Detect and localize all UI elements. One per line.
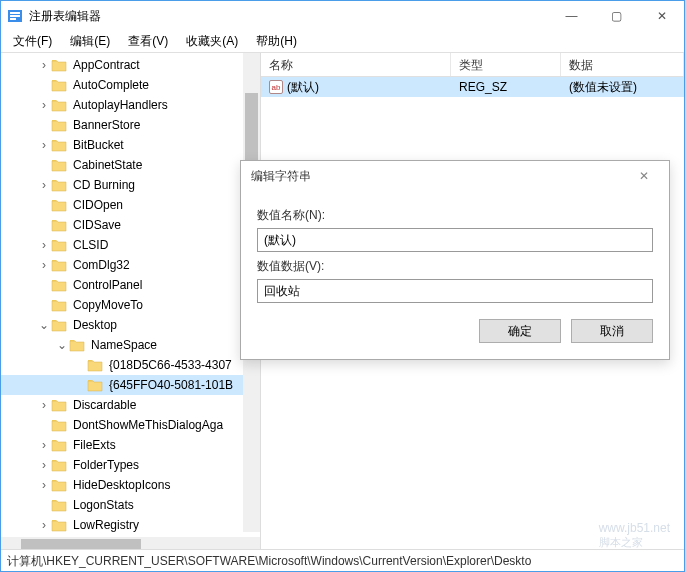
menu-edit[interactable]: 编辑(E) <box>62 31 118 52</box>
chevron-right-icon[interactable]: › <box>37 458 51 472</box>
edit-string-dialog: 编辑字符串 ✕ 数值名称(N): 数值数据(V): 确定 取消 <box>240 160 670 360</box>
folder-icon <box>51 438 67 452</box>
tree-item-label: NameSpace <box>89 337 159 353</box>
chevron-right-icon[interactable]: › <box>37 518 51 532</box>
menu-file[interactable]: 文件(F) <box>5 31 60 52</box>
ok-button[interactable]: 确定 <box>479 319 561 343</box>
tree-scrollbar-horizontal[interactable] <box>1 537 260 549</box>
chevron-right-icon[interactable]: › <box>37 138 51 152</box>
chevron-down-icon[interactable]: ⌄ <box>37 318 51 332</box>
tree-item-label: HideDesktopIcons <box>71 477 172 493</box>
folder-icon <box>51 478 67 492</box>
header-data[interactable]: 数据 <box>561 53 684 76</box>
tree-item-label: BitBucket <box>71 137 126 153</box>
value-name-input[interactable] <box>257 228 653 252</box>
chevron-right-icon[interactable]: › <box>37 178 51 192</box>
tree-item-label: FolderTypes <box>71 457 141 473</box>
tree-item[interactable]: ›CD Burning <box>1 175 260 195</box>
tree-item[interactable]: CIDSave <box>1 215 260 235</box>
folder-icon <box>51 458 67 472</box>
tree-item[interactable]: ⌄Desktop <box>1 315 260 335</box>
chevron-right-icon[interactable]: › <box>37 58 51 72</box>
menu-help[interactable]: 帮助(H) <box>248 31 305 52</box>
chevron-right-icon <box>37 298 51 312</box>
chevron-right-icon <box>37 278 51 292</box>
statusbar: 计算机\HKEY_CURRENT_USER\SOFTWARE\Microsoft… <box>1 549 684 571</box>
folder-icon <box>51 158 67 172</box>
folder-icon <box>51 218 67 232</box>
string-value-icon: ab <box>269 80 283 94</box>
tree-item[interactable]: LogonStats <box>1 495 260 515</box>
tree-item-label: LowRegistry <box>71 517 141 533</box>
folder-icon <box>51 258 67 272</box>
chevron-right-icon[interactable]: › <box>37 478 51 492</box>
window-title: 注册表编辑器 <box>29 8 549 25</box>
tree-item[interactable]: ›FileExts <box>1 435 260 455</box>
folder-icon <box>87 378 103 392</box>
header-name[interactable]: 名称 <box>261 53 451 76</box>
tree-item[interactable]: ›HideDesktopIcons <box>1 475 260 495</box>
chevron-right-icon[interactable]: › <box>37 438 51 452</box>
tree-item[interactable]: ⌄NameSpace <box>1 335 260 355</box>
tree-item[interactable]: ›AppContract <box>1 55 260 75</box>
tree-item[interactable]: ›AutoplayHandlers <box>1 95 260 115</box>
dialog-close-button[interactable]: ✕ <box>629 169 659 183</box>
header-type[interactable]: 类型 <box>451 53 561 76</box>
value-name-cell: ab(默认) <box>261 77 451 98</box>
folder-icon <box>51 78 67 92</box>
folder-icon <box>51 498 67 512</box>
folder-icon <box>51 518 67 532</box>
tree-item[interactable]: AutoComplete <box>1 75 260 95</box>
svg-rect-3 <box>10 18 16 20</box>
tree-item-label: CabinetState <box>71 157 144 173</box>
cancel-button[interactable]: 取消 <box>571 319 653 343</box>
tree-item-label: Discardable <box>71 397 138 413</box>
tree-item-label: ControlPanel <box>71 277 144 293</box>
tree-item[interactable]: BannerStore <box>1 115 260 135</box>
menu-view[interactable]: 查看(V) <box>120 31 176 52</box>
dialog-buttons: 确定 取消 <box>257 319 653 343</box>
value-data-input[interactable] <box>257 279 653 303</box>
tree-item-label: {018D5C66-4533-4307 <box>107 357 234 373</box>
tree-item[interactable]: ›FolderTypes <box>1 455 260 475</box>
chevron-right-icon[interactable]: › <box>37 398 51 412</box>
tree-item[interactable]: ›LowRegistry <box>1 515 260 535</box>
value-row[interactable]: ab(默认)REG_SZ(数值未设置) <box>261 77 684 97</box>
tree-item[interactable]: ›Discardable <box>1 395 260 415</box>
tree-item-label: ComDlg32 <box>71 257 132 273</box>
folder-icon <box>51 238 67 252</box>
menu-favorites[interactable]: 收藏夹(A) <box>178 31 246 52</box>
tree-item[interactable]: ›ComDlg32 <box>1 255 260 275</box>
tree-item[interactable]: CIDOpen <box>1 195 260 215</box>
maximize-button[interactable]: ▢ <box>594 1 639 31</box>
chevron-right-icon[interactable]: › <box>37 258 51 272</box>
close-button[interactable]: ✕ <box>639 1 684 31</box>
dialog-titlebar[interactable]: 编辑字符串 ✕ <box>241 161 669 191</box>
chevron-down-icon[interactable]: ⌄ <box>55 338 69 352</box>
tree-item-label: BannerStore <box>71 117 142 133</box>
chevron-right-icon <box>37 418 51 432</box>
dialog-title-text: 编辑字符串 <box>251 168 629 185</box>
tree-item[interactable]: CabinetState <box>1 155 260 175</box>
folder-icon <box>51 418 67 432</box>
tree-item[interactable]: DontShowMeThisDialogAga <box>1 415 260 435</box>
folder-icon <box>51 198 67 212</box>
tree-item[interactable]: ›CLSID <box>1 235 260 255</box>
tree-item[interactable]: CopyMoveTo <box>1 295 260 315</box>
chevron-right-icon <box>37 198 51 212</box>
tree-item[interactable]: ControlPanel <box>1 275 260 295</box>
titlebar[interactable]: 注册表编辑器 — ▢ ✕ <box>1 1 684 31</box>
minimize-button[interactable]: — <box>549 1 594 31</box>
tree-item[interactable]: {018D5C66-4533-4307 <box>1 355 260 375</box>
tree-item[interactable]: {645FFO40-5081-101B <box>1 375 260 395</box>
tree-pane[interactable]: ›AppContractAutoComplete›AutoplayHandler… <box>1 53 261 549</box>
folder-icon <box>51 398 67 412</box>
tree-item-label: DontShowMeThisDialogAga <box>71 417 225 433</box>
tree-item-label: AppContract <box>71 57 142 73</box>
chevron-right-icon[interactable]: › <box>37 98 51 112</box>
tree-item[interactable]: ›BitBucket <box>1 135 260 155</box>
chevron-right-icon <box>37 158 51 172</box>
chevron-right-icon <box>37 498 51 512</box>
scrollbar-thumb[interactable] <box>21 539 141 549</box>
chevron-right-icon[interactable]: › <box>37 238 51 252</box>
